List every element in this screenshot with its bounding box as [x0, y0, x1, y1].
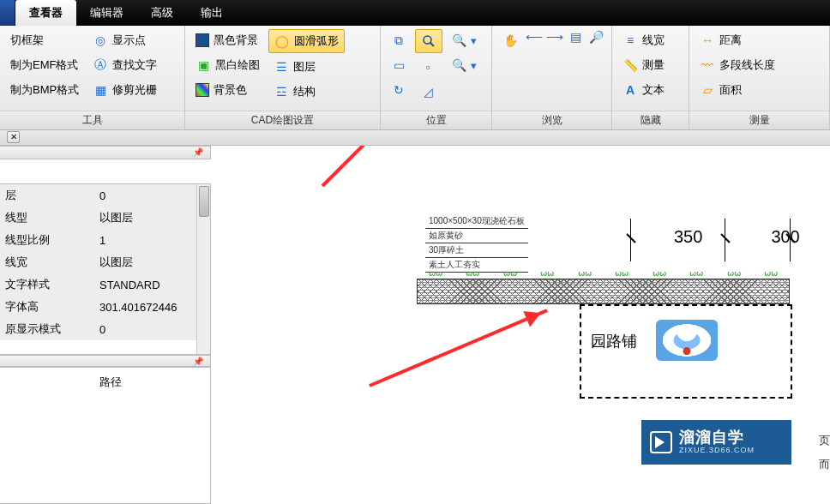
- btn-bmp[interactable]: 制为BMP格式: [5, 79, 84, 101]
- group-tools: 切框架 制为EMF格式 制为BMP格式 ◎显示点 Ⓐ查找文字 ▦修剪光栅 工具: [0, 26, 185, 129]
- angle-icon: ◿: [420, 84, 436, 99]
- drawing-canvas[interactable]: 1000×500×30现浇砼石板 如原黄砂 30厚碎土 素土人工夯实 350 3…: [211, 146, 830, 504]
- btn-frame[interactable]: 切框架: [5, 29, 84, 51]
- dim-value: 350: [674, 227, 702, 247]
- arrow-right-icon[interactable]: ⟶: [547, 29, 562, 45]
- property-row[interactable]: 线型比例1: [0, 229, 210, 251]
- magnifier-icon: [421, 33, 436, 49]
- lower-panel-header: 📌: [0, 355, 211, 367]
- polyline-icon: 〰: [700, 57, 715, 73]
- btn-layer[interactable]: ☰图层: [268, 56, 345, 78]
- target-icon: ◎: [93, 33, 108, 48]
- btn-trimraster[interactable]: ▦修剪光栅: [87, 79, 162, 101]
- annotation-arrow: [369, 309, 548, 387]
- tab-editor[interactable]: 编辑器: [76, 0, 137, 26]
- btn-bgcolor[interactable]: 背景色: [190, 79, 265, 101]
- property-value[interactable]: 1: [94, 229, 210, 251]
- property-row[interactable]: 线宽以图层: [0, 251, 210, 273]
- dim-tick: [630, 219, 631, 261]
- property-key: 原显示模式: [0, 318, 94, 340]
- doc-nav-icon[interactable]: ▤: [568, 29, 583, 45]
- property-value[interactable]: STANDARD: [94, 273, 210, 296]
- btn-emf[interactable]: 制为EMF格式: [5, 54, 84, 76]
- btn-hide-text[interactable]: A文本: [617, 79, 670, 101]
- distance-icon: ↔: [700, 33, 715, 48]
- btn-distance[interactable]: ↔距离: [695, 29, 780, 51]
- btn-pos5[interactable]: ▫: [415, 56, 442, 78]
- tab-strip: ✕: [0, 130, 830, 146]
- tab-output[interactable]: 输出: [187, 0, 237, 26]
- property-row[interactable]: 线型以图层: [0, 207, 210, 229]
- chevron-down-icon: ▾: [471, 34, 477, 47]
- path-cell: 路径: [0, 367, 211, 504]
- dimension-labels: 350 300: [674, 227, 800, 247]
- btn-hide-lw[interactable]: ≡线宽: [617, 29, 670, 51]
- pin-icon[interactable]: 📌: [193, 147, 203, 157]
- svg-point-0: [424, 36, 431, 44]
- chevron-down-icon: ▾: [471, 59, 477, 72]
- lineweight-icon: ≡: [622, 33, 638, 48]
- btn-zoom-area[interactable]: [415, 29, 442, 53]
- property-key: 字体高: [0, 296, 94, 318]
- annotation-arrow: [322, 146, 403, 187]
- bgcolor-icon: [195, 83, 209, 97]
- property-value[interactable]: 0: [94, 318, 210, 340]
- btn-pos1[interactable]: ⧉: [386, 29, 412, 51]
- group-measure: ↔距离 〰多段线长度 ▱面积 测量: [689, 26, 830, 129]
- rotate-icon: ↻: [391, 82, 406, 98]
- btn-pos2[interactable]: ▭: [386, 54, 412, 76]
- structure-icon: ☲: [274, 84, 289, 99]
- property-value[interactable]: 以图层: [94, 207, 210, 229]
- btn-smootharc[interactable]: ◯圆滑弧形: [268, 29, 345, 53]
- btn-zoomin[interactable]: 🔍▾: [446, 29, 482, 51]
- group-cad: 黑色背景 ▣黑白绘图 背景色 ◯圆滑弧形 ☰图层 ☲结构 CAD绘图设置: [185, 26, 381, 129]
- doc-search-icon[interactable]: 🔎: [588, 29, 604, 45]
- btn-polylength[interactable]: 〰多段线长度: [695, 54, 780, 76]
- zoom-in-icon: 🔍: [451, 33, 466, 48]
- property-row[interactable]: 原显示模式0: [0, 318, 210, 340]
- property-row[interactable]: 文字样式STANDARD: [0, 273, 210, 296]
- ruler-icon: 📏: [622, 57, 638, 73]
- scroll-thumb[interactable]: [199, 186, 209, 217]
- pin-icon[interactable]: 📌: [193, 357, 203, 366]
- property-row[interactable]: 字体高301.401672446: [0, 296, 210, 318]
- property-value[interactable]: 以图层: [94, 251, 210, 273]
- btn-pos6[interactable]: ◿: [415, 81, 442, 103]
- group-cad-title: CAD绘图设置: [185, 111, 380, 129]
- property-row[interactable]: 层0: [0, 184, 210, 207]
- arrow-left-icon[interactable]: ⟵: [526, 29, 542, 45]
- section-notes: 1000×500×30现浇砼石板 如原黄砂 30厚碎土 素土人工夯实: [425, 214, 528, 273]
- area-icon: ▱: [700, 82, 715, 98]
- tab-viewer[interactable]: 查看器: [15, 0, 76, 26]
- cross-section: ѡѡѡѡѡѡѡѡѡѡ ѡѡѡѡѡѡѡѡѡѡ: [417, 270, 790, 304]
- btn-pos3[interactable]: ↻: [386, 79, 412, 101]
- group-tools-title: 工具: [0, 111, 184, 129]
- btn-findtext[interactable]: Ⓐ查找文字: [87, 54, 162, 76]
- btn-showpoints[interactable]: ◎显示点: [87, 29, 162, 51]
- btn-structure[interactable]: ☲结构: [268, 81, 345, 103]
- group-browse: ✋ ⟵ ⟶ ▤ 🔎 浏览: [492, 26, 612, 129]
- note-row: 如原黄砂: [425, 229, 528, 243]
- trim-icon: ▦: [93, 82, 108, 98]
- svg-line-1: [430, 43, 434, 46]
- btn-bwdraw[interactable]: ▣黑白绘图: [190, 54, 265, 76]
- tab-advanced[interactable]: 高级: [137, 0, 187, 26]
- hatch-fill: [417, 279, 790, 304]
- btn-zoomout[interactable]: 🔍▾: [446, 54, 482, 76]
- watermark-url: ZIXUE.3D66.COM: [679, 447, 755, 455]
- app-corner[interactable]: [0, 0, 15, 26]
- btn-area[interactable]: ▱面积: [695, 79, 780, 101]
- path-label: 路径: [99, 375, 122, 388]
- btn-hide-measure[interactable]: 📏测量: [617, 54, 670, 76]
- btn-blackbg[interactable]: 黑色背景: [190, 29, 265, 51]
- close-tab-button[interactable]: ✕: [7, 131, 20, 143]
- scrollbar[interactable]: [196, 184, 210, 354]
- menu-bar: 查看器 编辑器 高级 输出: [0, 0, 830, 26]
- dim-value: 300: [771, 227, 799, 247]
- property-value[interactable]: 0: [94, 184, 210, 207]
- text-icon: A: [622, 82, 638, 98]
- group-browse-title: 浏览: [492, 111, 611, 129]
- play-icon: [650, 431, 672, 453]
- btn-hand[interactable]: ✋: [497, 29, 523, 51]
- property-value[interactable]: 301.401672446: [94, 296, 210, 318]
